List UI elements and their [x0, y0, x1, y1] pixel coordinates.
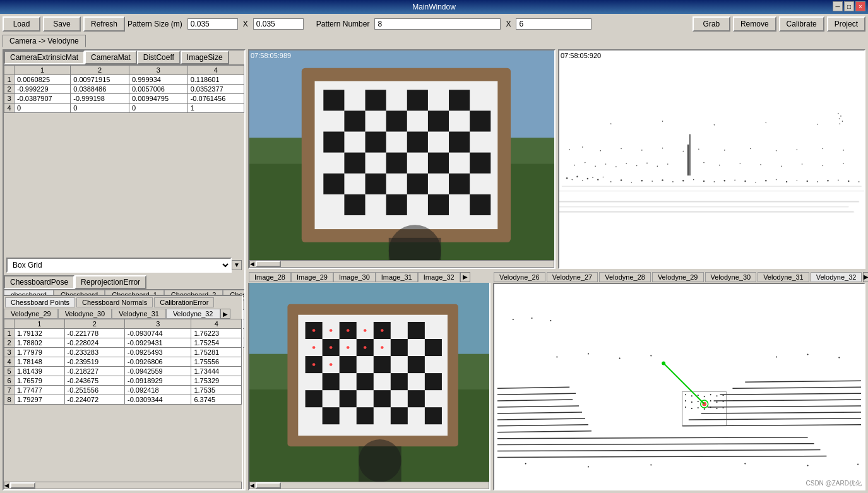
pattern-size-x-input[interactable]	[187, 18, 238, 30]
velodyne-col-31[interactable]: Velodyne_31	[112, 309, 166, 319]
image-size-tab[interactable]: ImageSize	[181, 50, 229, 64]
camera-extrinsic-tab[interactable]: CameraExtrinsicMat	[4, 50, 85, 64]
image-tab-31[interactable]: Image_31	[376, 272, 418, 282]
svg-point-217	[744, 463, 746, 464]
velodyne-tabs-scroll[interactable]: ▶	[863, 272, 868, 282]
svg-rect-133	[391, 373, 408, 390]
image-tabs-scroll[interactable]: ▶	[460, 272, 470, 282]
svg-rect-138	[408, 390, 425, 407]
load-button[interactable]: Load	[3, 16, 40, 32]
svg-rect-26	[386, 194, 407, 215]
close-button[interactable]: ×	[855, 1, 865, 11]
svg-point-62	[807, 181, 808, 182]
svg-point-100	[843, 150, 844, 151]
image-tab-32[interactable]: Image_32	[418, 272, 460, 282]
table-row: 11.79132-0.221778-0.09307441.76223	[4, 329, 242, 338]
dist-coeff-tab[interactable]: DistCoeff	[137, 50, 181, 64]
pattern-number-x-input[interactable]	[374, 18, 501, 30]
calibration-error-tab[interactable]: CalibrationError	[154, 297, 214, 307]
main-tab-bar: Camera -> Velodyne	[3, 34, 865, 47]
velodyne-col-29[interactable]: Velodyne_29	[4, 309, 58, 319]
svg-point-95	[724, 150, 725, 151]
velodyne-tab-30[interactable]: Velodyne_30	[705, 272, 757, 282]
scrollbar-thumb-2[interactable]	[256, 482, 281, 489]
right-panel: 07:58:05:989	[248, 49, 865, 490]
svg-point-207	[556, 356, 557, 357]
col-header-4: 4	[187, 66, 244, 75]
svg-point-216	[650, 464, 651, 465]
camera-velodyne-tab[interactable]: Camera -> Velodyne	[3, 35, 86, 47]
scrollbar-thumb-3[interactable]	[10, 482, 35, 489]
scrollbar-thumb[interactable]	[256, 261, 281, 267]
table-row: 51.81439-0.218227-0.09425591.73444	[4, 367, 242, 376]
lower-chess-tabs: Chessboard Points Chessboard Normals Cal…	[4, 296, 242, 309]
scroll-left-3[interactable]: ◀	[4, 482, 9, 489]
pattern-number-label: Pattern Number	[316, 20, 370, 28]
svg-point-188	[723, 395, 724, 396]
velodyne-tab-32[interactable]: Velodyne_32	[811, 272, 862, 282]
svg-point-187	[716, 395, 718, 396]
calibrate-button[interactable]: Calibrate	[779, 16, 824, 32]
pattern-size-y-input[interactable]	[253, 18, 304, 30]
velodyne-tab-31[interactable]: Velodyne_31	[758, 272, 809, 282]
grab-button[interactable]: Grab	[693, 16, 730, 32]
save-button[interactable]: Save	[43, 16, 81, 32]
svg-point-98	[797, 150, 798, 151]
remove-button[interactable]: Remove	[733, 16, 776, 32]
velodyne-tab-27[interactable]: Velodyne_27	[547, 272, 598, 282]
svg-point-34	[572, 179, 573, 181]
project-button[interactable]: Project	[827, 16, 865, 32]
svg-rect-132	[357, 373, 374, 390]
svg-rect-30	[389, 238, 441, 260]
svg-rect-139	[323, 407, 340, 424]
camera-bottom-scrollbar[interactable]: ◀	[249, 482, 489, 489]
dropdown-arrow[interactable]: ▼	[232, 260, 242, 270]
extrinsic-table-container: 1 2 3 4 10.00608250.009719150.9999340.11…	[4, 65, 244, 255]
svg-point-73	[626, 163, 627, 165]
velodyne-tab-26[interactable]: Velodyne_26	[494, 272, 545, 282]
svg-point-101	[610, 124, 612, 125]
svg-point-45	[631, 182, 633, 183]
scroll-left-2[interactable]: ◀	[250, 482, 254, 489]
image-tab-28[interactable]: Image_28	[249, 272, 291, 282]
velodyne-tab-29[interactable]: Velodyne_29	[652, 272, 704, 282]
svg-point-39	[597, 179, 598, 181]
camera-mat-tab[interactable]: CameraMat	[85, 50, 137, 64]
velodyne-col-32[interactable]: Velodyne_32	[166, 309, 220, 319]
image-tab-29[interactable]: Image_29	[291, 272, 333, 282]
svg-point-96	[750, 148, 751, 150]
scroll-left-arrow[interactable]: ◀	[250, 261, 254, 267]
pattern-number-y-input[interactable]	[516, 18, 592, 30]
camera-image-scrollbar[interactable]: ◀	[249, 260, 554, 268]
svg-point-195	[723, 401, 724, 402]
svg-point-60	[786, 181, 787, 182]
lower-left-scrollbar[interactable]: ◀	[4, 482, 242, 489]
svg-point-191	[698, 401, 699, 402]
svg-rect-128	[340, 356, 357, 373]
svg-point-75	[646, 163, 648, 164]
image-tab-30[interactable]: Image_30	[333, 272, 376, 282]
svg-point-36	[582, 181, 583, 182]
restore-button[interactable]: □	[844, 1, 854, 11]
svg-point-149	[330, 346, 333, 349]
svg-point-197	[691, 408, 693, 409]
lower-image-section: Image_28 Image_29 Image_30 Image_31 Imag…	[248, 271, 865, 491]
v-col-4: 4	[191, 319, 242, 329]
box-grid-dropdown[interactable]: Box Grid	[6, 258, 232, 273]
svg-point-209	[619, 357, 621, 359]
svg-rect-41	[687, 145, 689, 175]
velodyne-col-30[interactable]: Velodyne_30	[58, 309, 112, 319]
velodyne-col-scroll[interactable]: ▶	[220, 309, 230, 319]
svg-point-70	[595, 166, 596, 167]
chessboard-normals-tab[interactable]: Chessboard Normals	[76, 297, 153, 307]
refresh-button[interactable]: Refresh	[83, 16, 125, 32]
chessboard-points-tab[interactable]: Chessboard Points	[5, 297, 75, 307]
camera-bottom-canvas	[249, 283, 489, 482]
svg-rect-16	[449, 131, 470, 152]
velodyne-tab-28[interactable]: Velodyne_28	[599, 272, 651, 282]
svg-point-43	[610, 181, 612, 182]
lidar-bottom-panel: Velodyne_26 Velodyne_27 Velodyne_28 Velo…	[493, 271, 865, 491]
reprojection-error-tab[interactable]: ReprojectionError	[74, 275, 146, 289]
minimize-button[interactable]: ─	[833, 1, 843, 11]
chessboard-pose-tab[interactable]: ChessboardPose	[4, 275, 74, 289]
